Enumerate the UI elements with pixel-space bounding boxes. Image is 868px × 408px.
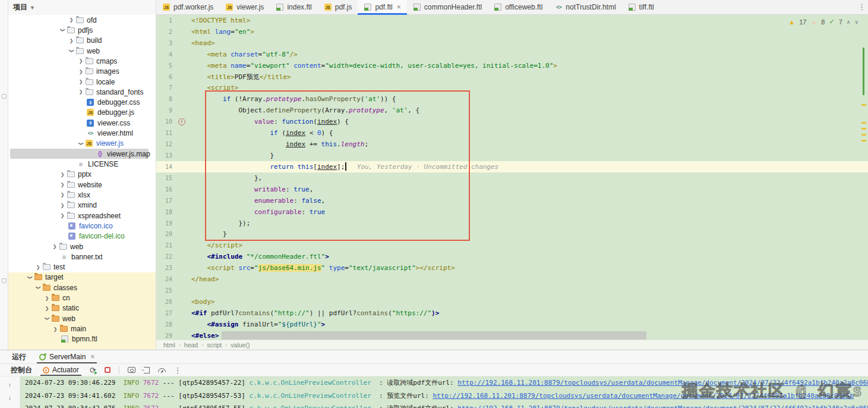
code-editor[interactable]: 1<!DOCTYPE html>2<html lang="en">3<head>…: [156, 15, 868, 340]
code-line[interactable]: 17 enumerable: false,: [156, 195, 868, 206]
tree-item-locale[interactable]: ❯locale: [8, 77, 156, 87]
tree-item-web[interactable]: ❯web: [8, 46, 156, 56]
tree-item-viewer.html[interactable]: <>viewer.html: [8, 128, 156, 138]
tree-item-xlsx[interactable]: ❯xlsx: [8, 190, 156, 200]
tree-item-debugger.js[interactable]: JSdebugger.js: [8, 108, 156, 118]
code-line[interactable]: 15 },: [156, 172, 868, 184]
chevron-right-icon[interactable]: ❯: [43, 306, 51, 311]
tab-commonHeader.ftl[interactable]: commonHeader.ftl: [407, 0, 488, 14]
tree-item-favicon-del.ico[interactable]: favicon-del.ico: [8, 231, 156, 241]
rerun-button[interactable]: ⟳: [90, 366, 96, 375]
chevron-down-icon[interactable]: ❯: [27, 273, 33, 281]
chevron-right-icon[interactable]: ❯: [58, 213, 67, 218]
code-line[interactable]: 9 Object.defineProperty(Array.prototype,…: [156, 105, 868, 116]
tab-pdf.worker.js[interactable]: JSpdf.worker.js: [156, 0, 219, 14]
tab-viewer.js[interactable]: JSviewer.js: [219, 0, 270, 14]
tree-item-web[interactable]: ❯web: [8, 313, 156, 324]
chevron-right-icon[interactable]: ❯: [67, 17, 75, 23]
tree-item-standard_fonts[interactable]: ❯standard_fonts: [8, 87, 156, 97]
chevron-right-icon[interactable]: ❯: [77, 69, 85, 74]
tree-item-banner.txt[interactable]: ≡banner.txt: [8, 252, 156, 262]
tab-pdf.js[interactable]: JSpdf.js: [318, 0, 358, 14]
code-line[interactable]: 21 </script>: [156, 240, 868, 251]
code-line[interactable]: 20 }: [156, 229, 868, 240]
code-line[interactable]: 7 <script>: [156, 83, 868, 94]
console-log[interactable]: 掘金技术社区 @ 幻宸s 2024-07-23 09:30:46.229 INF…: [20, 376, 868, 408]
warning-stripe-mark[interactable]: [861, 122, 866, 124]
chevron-right-icon[interactable]: ❯: [58, 203, 67, 208]
stripe-icon[interactable]: [2, 94, 7, 99]
tree-item-favicon.ico[interactable]: favicon.ico: [8, 221, 156, 231]
kebab-menu-icon[interactable]: ⋮: [858, 2, 866, 11]
code-line[interactable]: 26<body>: [156, 296, 868, 307]
tree-item-web[interactable]: ❯web: [8, 241, 156, 252]
chevron-right-icon[interactable]: ❯: [77, 58, 85, 64]
tree-item-debugger.css[interactable]: 3debugger.css: [8, 98, 156, 108]
code-line[interactable]: 14 return this[index];You, Yesterday · U…: [156, 161, 868, 172]
tree-item-classes[interactable]: ❯classes: [8, 283, 156, 293]
tab-index.ftl[interactable]: index.ftl: [270, 0, 317, 14]
tree-item-website[interactable]: ❯website: [8, 180, 156, 190]
stop-button[interactable]: [105, 367, 111, 373]
breadcrumb-item-script[interactable]: script: [207, 341, 222, 349]
tab-officeweb.ftl[interactable]: officeweb.ftl: [488, 0, 548, 14]
code-line[interactable]: 6 <title>PDF预览</title>: [156, 71, 868, 83]
tree-item-viewer.js.map[interactable]: {}viewer.js.map: [8, 149, 156, 159]
tree-item-main[interactable]: ❯main: [8, 324, 156, 334]
code-line[interactable]: 29<#else>: [156, 330, 868, 340]
chevron-right-icon[interactable]: ❯: [67, 38, 75, 43]
run-tab-servermain[interactable]: ServerMain ×: [37, 350, 97, 363]
code-line[interactable]: 1<!DOCTYPE html>: [156, 15, 868, 26]
log-url-link[interactable]: http://192.168.11.201:8879/topcloudsys/u…: [457, 404, 868, 408]
next-issue-icon[interactable]: ∨: [854, 19, 858, 25]
code-line[interactable]: 24</head>: [156, 274, 868, 285]
code-line[interactable]: 2<html lang="en">: [156, 26, 868, 37]
tree-item-LICENSE[interactable]: ≡LICENSE: [8, 159, 156, 169]
gauge-button[interactable]: [158, 368, 166, 372]
code-line[interactable]: 27<#if pdfUrl?contains("http://") || pdf…: [156, 307, 868, 319]
code-line[interactable]: 3<head>: [156, 37, 868, 49]
prev-issue-icon[interactable]: ∧: [847, 19, 851, 25]
code-line[interactable]: 22 <#include "*/commonHeader.ftl">: [156, 251, 868, 262]
close-icon[interactable]: ×: [397, 3, 401, 11]
tool-window-stripe[interactable]: [0, 0, 8, 350]
code-line[interactable]: 8 if (!Array.prototype.hasOwnProperty('a…: [156, 93, 868, 105]
chevron-down-icon[interactable]: ❯: [60, 26, 65, 34]
scrollbar-vcs-marker[interactable]: [863, 48, 864, 95]
code-line[interactable]: 12 index += this.length;: [156, 139, 868, 150]
chevron-right-icon[interactable]: ❯: [51, 327, 59, 332]
tree-item-pptx[interactable]: ❯pptx: [8, 170, 156, 180]
exit-button[interactable]: [144, 367, 150, 374]
thread-dump-button[interactable]: [128, 367, 135, 373]
breadcrumb-item-head[interactable]: head: [184, 341, 198, 349]
code-line[interactable]: 5 <meta name="viewport" content="width=d…: [156, 60, 868, 71]
tree-item-xspreadsheet[interactable]: ❯xspreadsheet: [8, 211, 156, 221]
chevron-right-icon[interactable]: ❯: [43, 296, 51, 301]
recursion-gutter-icon[interactable]: ↑: [178, 118, 185, 125]
code-line[interactable]: 13 }: [156, 150, 868, 161]
code-line[interactable]: 4 <meta charset="utf-8"/>: [156, 49, 868, 60]
tree-item-viewer.js[interactable]: ❯JSviewer.js: [8, 139, 156, 149]
code-line[interactable]: 16 writable: true,: [156, 184, 868, 195]
code-line[interactable]: 28 <#assign finalUrl="${pdfUrl}">: [156, 319, 868, 330]
close-icon[interactable]: ×: [90, 353, 94, 361]
chevron-down-icon[interactable]: ❯: [78, 139, 84, 147]
tab-pdf.ftl[interactable]: pdf.ftl×: [358, 0, 406, 14]
tree-item-cn[interactable]: ❯cn: [8, 293, 156, 303]
tree-item-target[interactable]: ❯target: [8, 272, 156, 283]
actuator-tab[interactable]: Actuator: [40, 364, 81, 376]
chevron-right-icon[interactable]: ❯: [58, 182, 67, 187]
tree-item-viewer.css[interactable]: 3viewer.css: [8, 118, 156, 128]
project-panel-header[interactable]: 项目 ▼: [8, 0, 156, 15]
breadcrumb-item-value()[interactable]: value(): [231, 341, 250, 349]
tree-item-cmaps[interactable]: ❯cmaps: [8, 56, 156, 66]
code-line[interactable]: 25: [156, 285, 868, 296]
tree-item-xmind[interactable]: ❯xmind: [8, 200, 156, 211]
warning-stripe-mark[interactable]: [861, 140, 866, 142]
code-line[interactable]: 11 if (index < 0) {: [156, 127, 868, 139]
inspections-widget[interactable]: ▲17 ▲8 ✓7 ∧ ∨: [788, 18, 858, 26]
code-line[interactable]: 18 configurable: true: [156, 206, 868, 218]
code-line[interactable]: 10↑ value: function(index) {: [156, 116, 868, 127]
tree-item-pdfjs[interactable]: ❯pdfjs: [8, 25, 156, 35]
chevron-right-icon[interactable]: ❯: [77, 79, 85, 84]
